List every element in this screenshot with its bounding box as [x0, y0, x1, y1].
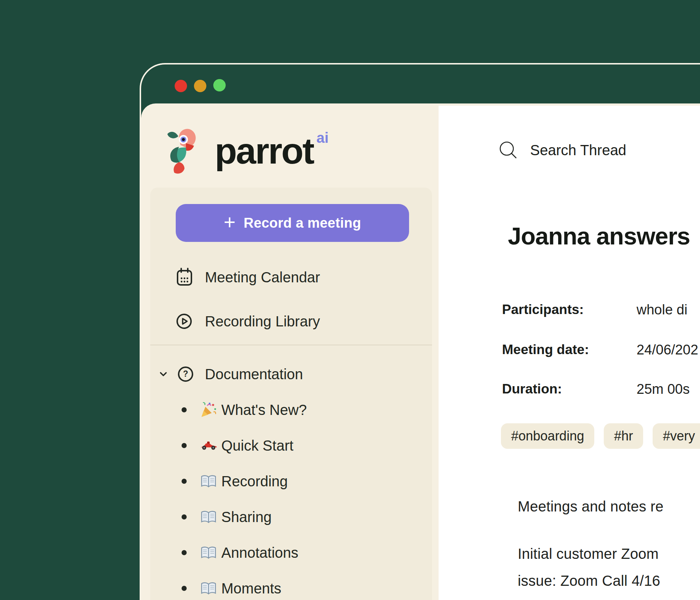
- brand-logo: parrot ai: [166, 127, 328, 175]
- tag-very[interactable]: #very: [653, 423, 700, 449]
- minimize-button[interactable]: [194, 80, 206, 92]
- bullet-icon: [182, 586, 187, 591]
- search-bar[interactable]: [498, 140, 684, 160]
- sidebar-item-label: Sharing: [221, 509, 272, 525]
- window-titlebar: [141, 64, 700, 103]
- tag-list: #onboarding #hr #very: [501, 423, 700, 449]
- open-book-icon: [200, 474, 217, 488]
- sidebar-item-annotations[interactable]: Annotations: [150, 542, 432, 563]
- sidebar-item-label: Annotations: [221, 545, 298, 561]
- tag-onboarding[interactable]: #onboarding: [501, 423, 594, 449]
- sidebar-item-label: Quick Start: [221, 438, 293, 454]
- documentation-list: What's New? Quick Start Recording Sharin…: [150, 188, 432, 600]
- party-popper-icon: [200, 401, 217, 418]
- zoom-button[interactable]: [213, 79, 226, 91]
- tag-hr[interactable]: #hr: [604, 423, 643, 449]
- window-content: parrot ai + Record a meeting: [141, 103, 700, 600]
- bullet-icon: [182, 514, 187, 519]
- open-book-icon: [200, 510, 217, 524]
- sidebar-item-whats-new[interactable]: What's New?: [150, 400, 432, 420]
- meta-row-meeting-date: Meeting date: 24/06/202: [502, 341, 589, 359]
- meta-row-participants: Participants: whole di: [502, 301, 584, 319]
- meta-value: whole di: [637, 302, 687, 318]
- sidebar-panel: + Record a meeting Meeting Ca: [150, 188, 432, 600]
- parrot-logo-icon: [166, 127, 200, 175]
- meta-label: Participants:: [502, 302, 584, 317]
- page-title: Joanna answers: [508, 223, 690, 249]
- brand-ai-superscript: ai: [316, 130, 328, 146]
- sidebar-item-recording[interactable]: Recording: [150, 471, 432, 491]
- sidebar-item-label: Moments: [221, 580, 281, 597]
- desktop-background: parrot ai + Record a meeting: [0, 0, 700, 600]
- sidebar-item-quick-start[interactable]: Quick Start: [150, 435, 432, 456]
- search-icon: [498, 140, 518, 160]
- racing-car-icon: [200, 440, 217, 451]
- sidebar-item-label: What's New?: [221, 402, 307, 418]
- close-button[interactable]: [175, 80, 187, 92]
- body-line: issue: Zoom Call 4/16: [518, 573, 660, 589]
- meta-value: 24/06/202: [637, 342, 698, 358]
- sidebar-item-sharing[interactable]: Sharing: [150, 507, 432, 527]
- open-book-icon: [200, 581, 217, 595]
- bullet-icon: [182, 550, 187, 555]
- meta-label: Meeting date:: [502, 342, 589, 357]
- app-window: parrot ai + Record a meeting: [140, 63, 700, 600]
- brand-name: parrot: [215, 133, 314, 169]
- body-paragraph: Meetings and notes re: [518, 498, 664, 515]
- open-book-icon: [200, 546, 217, 560]
- search-input[interactable]: [529, 142, 684, 159]
- bullet-icon: [182, 479, 187, 484]
- main-panel: Joanna answers Participants: whole di Me…: [439, 106, 700, 600]
- bullet-icon: [182, 407, 187, 412]
- meta-label: Duration:: [502, 381, 562, 397]
- meta-row-duration: Duration: 25m 00s: [502, 380, 562, 398]
- sidebar: parrot ai + Record a meeting: [141, 103, 439, 600]
- meta-value: 25m 00s: [637, 381, 690, 397]
- body-paragraph: Initial customer Zoom issue: Zoom Call 4…: [518, 540, 660, 594]
- bullet-icon: [182, 443, 187, 448]
- sidebar-item-label: Recording: [221, 473, 288, 490]
- body-line: Initial customer Zoom: [518, 546, 659, 562]
- sidebar-item-moments[interactable]: Moments: [150, 578, 432, 599]
